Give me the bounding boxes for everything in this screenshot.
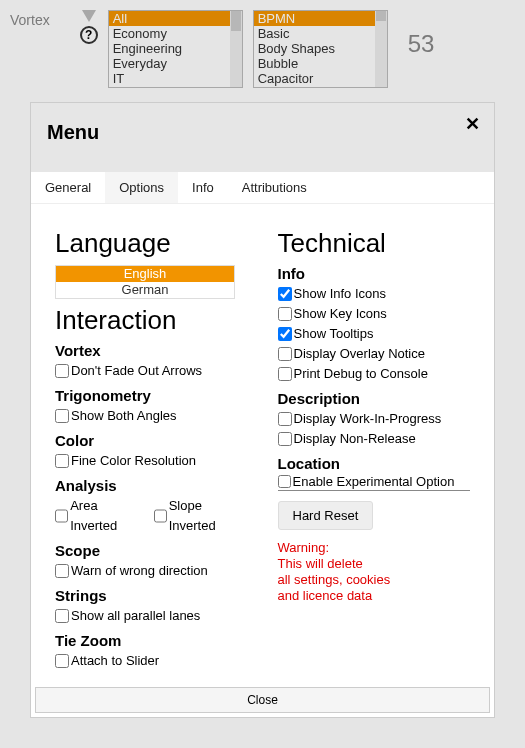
close-button[interactable]: Close [35, 687, 490, 713]
option-row: Slope Inverted [154, 496, 248, 536]
location-subheading: Location [278, 455, 471, 472]
option-checkbox[interactable] [55, 364, 69, 378]
option-checkbox[interactable] [278, 287, 292, 301]
option-checkbox[interactable] [154, 509, 167, 523]
option-label: Display Non-Release [294, 429, 416, 449]
option-label: Show Key Icons [294, 304, 387, 324]
option-label: Warn of wrong direction [71, 561, 208, 581]
right-column: Technical Info Show Info IconsShow Key I… [278, 222, 471, 671]
option-label: Display Work-In-Progress [294, 409, 442, 429]
group-heading: Analysis [55, 477, 248, 494]
left-column: Language EnglishGerman Interaction Vorte… [55, 222, 248, 671]
option-label: Fine Color Resolution [71, 451, 196, 471]
option-checkbox[interactable] [55, 454, 69, 468]
enable-experimental-checkbox[interactable] [278, 475, 291, 488]
option-checkbox[interactable] [278, 307, 292, 321]
option-checkbox[interactable] [55, 409, 69, 423]
option-row: Display Work-In-Progress [278, 409, 471, 429]
reset-warning: Warning:This will deleteall settings, co… [278, 540, 471, 604]
option-checkbox[interactable] [55, 564, 69, 578]
option-row: Display Overlay Notice [278, 344, 471, 364]
hard-reset-button[interactable]: Hard Reset [278, 501, 374, 530]
option-checkbox[interactable] [278, 432, 292, 446]
option-row: Print Debug to Console [278, 364, 471, 384]
group-heading: Tie Zoom [55, 632, 248, 649]
option-checkbox[interactable] [278, 412, 292, 426]
option-label: Slope Inverted [169, 496, 248, 536]
tab-attributions[interactable]: Attributions [228, 172, 321, 203]
option-row: Show Key Icons [278, 304, 471, 324]
option-row: Show all parallel lanes [55, 606, 248, 626]
warning-line: This will delete [278, 556, 471, 572]
interaction-heading: Interaction [55, 305, 248, 336]
option-label: Attach to Slider [71, 651, 159, 671]
option-label: Show Both Angles [71, 406, 177, 426]
description-subheading: Description [278, 390, 471, 407]
option-row: Don't Fade Out Arrows [55, 361, 248, 381]
info-subheading: Info [278, 265, 471, 282]
option-label: Show Tooltips [294, 324, 374, 344]
dialog-header: Menu ✕ [31, 103, 494, 172]
location-option-label: Enable Experimental Option [293, 474, 455, 489]
location-option-row: Enable Experimental Option [278, 474, 471, 491]
tab-info[interactable]: Info [178, 172, 228, 203]
option-label: Print Debug to Console [294, 364, 428, 384]
option-row: Warn of wrong direction [55, 561, 248, 581]
option-checkbox[interactable] [278, 367, 292, 381]
group-heading: Scope [55, 542, 248, 559]
option-checkbox[interactable] [55, 609, 69, 623]
option-row: Show Tooltips [278, 324, 471, 344]
language-option[interactable]: German [56, 282, 234, 298]
dialog-title: Menu [47, 121, 478, 144]
tab-options[interactable]: Options [105, 172, 178, 203]
close-icon[interactable]: ✕ [465, 113, 480, 135]
group-heading: Vortex [55, 342, 248, 359]
option-row: Show Info Icons [278, 284, 471, 304]
option-row: Area Inverted [55, 496, 144, 536]
option-checkbox[interactable] [55, 654, 69, 668]
option-label: Don't Fade Out Arrows [71, 361, 202, 381]
language-heading: Language [55, 228, 248, 259]
option-row: Fine Color Resolution [55, 451, 248, 471]
tab-general[interactable]: General [31, 172, 105, 203]
warning-line: all settings, cookies [278, 572, 471, 588]
option-row: Display Non-Release [278, 429, 471, 449]
warning-line: and licence data [278, 588, 471, 604]
dialog-tabs: GeneralOptionsInfoAttributions [31, 172, 494, 204]
dialog-body: Language EnglishGerman Interaction Vorte… [31, 204, 494, 683]
option-label: Display Overlay Notice [294, 344, 426, 364]
language-option[interactable]: English [56, 266, 234, 282]
option-checkbox[interactable] [278, 327, 292, 341]
menu-dialog: Menu ✕ GeneralOptionsInfoAttributions La… [30, 102, 495, 718]
warning-line: Warning: [278, 540, 471, 556]
option-row: Show Both Angles [55, 406, 248, 426]
option-label: Area Inverted [70, 496, 143, 536]
group-heading: Strings [55, 587, 248, 604]
option-label: Show Info Icons [294, 284, 387, 304]
group-heading: Color [55, 432, 248, 449]
dialog-footer: Close [31, 683, 494, 717]
option-checkbox[interactable] [278, 347, 292, 361]
option-row: Attach to Slider [55, 651, 248, 671]
option-inline-row: Area InvertedSlope Inverted [55, 496, 248, 536]
language-select[interactable]: EnglishGerman [55, 265, 235, 299]
option-label: Show all parallel lanes [71, 606, 200, 626]
option-checkbox[interactable] [55, 509, 68, 523]
technical-heading: Technical [278, 228, 471, 259]
group-heading: Trigonometry [55, 387, 248, 404]
